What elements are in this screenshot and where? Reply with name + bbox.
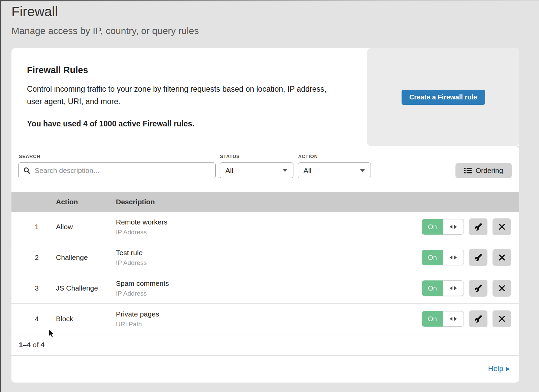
pagination-total: 4 bbox=[41, 341, 45, 349]
help-footer: Help bbox=[11, 356, 519, 382]
rule-action: Allow bbox=[56, 223, 116, 231]
arrow-left-icon bbox=[450, 286, 452, 290]
column-header-action: Action bbox=[56, 198, 116, 206]
wrench-icon bbox=[474, 253, 482, 262]
ordering-button[interactable]: Ordering bbox=[455, 163, 512, 178]
pagination-of: of bbox=[33, 341, 39, 349]
action-label: ACTION bbox=[298, 154, 318, 159]
edit-rule-button[interactable] bbox=[469, 249, 487, 266]
ordering-button-label: Ordering bbox=[476, 167, 503, 175]
close-icon bbox=[498, 254, 506, 261]
mouse-cursor bbox=[48, 329, 57, 339]
rule-action: Challenge bbox=[56, 253, 116, 262]
status-select-value: All bbox=[225, 167, 233, 175]
status-label: STATUS bbox=[220, 154, 240, 159]
rule-status-toggle[interactable]: On bbox=[422, 250, 464, 265]
table-header: Action Description bbox=[11, 192, 519, 212]
arrow-right-icon bbox=[454, 225, 457, 229]
firewall-rules-card-row: Firewall Rules Control incoming traffic … bbox=[11, 48, 519, 146]
search-label: SEARCH bbox=[19, 154, 40, 159]
table-row: 4 Block Private pages URI Path On bbox=[11, 304, 519, 334]
wrench-icon bbox=[474, 284, 482, 292]
toggle-on-label: On bbox=[422, 280, 443, 296]
toggle-drag-handle[interactable] bbox=[443, 280, 464, 296]
arrow-left-icon bbox=[450, 255, 452, 260]
rule-priority: 4 bbox=[11, 315, 56, 323]
window-edge-top bbox=[0, 0, 539, 1]
chevron-down-icon bbox=[360, 169, 365, 172]
rule-status-toggle[interactable]: On bbox=[422, 219, 464, 235]
create-rule-panel: Create a Firewall rule bbox=[367, 48, 519, 146]
action-select[interactable]: All bbox=[298, 162, 371, 178]
rule-priority: 3 bbox=[11, 284, 56, 292]
toggle-drag-handle[interactable] bbox=[443, 219, 464, 235]
close-icon bbox=[498, 223, 506, 231]
arrow-right-icon bbox=[454, 286, 457, 290]
arrow-left-icon bbox=[450, 225, 452, 229]
wrench-icon bbox=[474, 315, 482, 323]
search-box bbox=[18, 162, 216, 178]
toggle-on-label: On bbox=[422, 250, 443, 265]
page-subtitle: Manage access by IP, country, or query r… bbox=[11, 26, 199, 36]
rule-status-toggle[interactable]: On bbox=[422, 280, 464, 296]
rule-status-toggle[interactable]: On bbox=[422, 311, 464, 327]
card-title: Firewall Rules bbox=[27, 65, 344, 76]
delete-rule-button[interactable] bbox=[493, 218, 511, 235]
toggle-on-label: On bbox=[422, 219, 443, 235]
edit-rule-button[interactable] bbox=[469, 310, 487, 327]
close-icon bbox=[498, 284, 506, 292]
arrow-left-icon bbox=[450, 317, 452, 321]
arrow-right-icon bbox=[506, 367, 510, 371]
ordered-list-icon bbox=[464, 167, 472, 174]
toggle-drag-handle[interactable] bbox=[443, 311, 464, 327]
card-usage-count: You have used 4 of 1000 active Firewall … bbox=[27, 119, 344, 128]
column-header-description: Description bbox=[116, 198, 519, 206]
table-row: 3 JS Challenge Spam comments IP Address … bbox=[11, 273, 519, 304]
delete-rule-button[interactable] bbox=[493, 310, 511, 327]
table-row: 1 Allow Remote workers IP Address On bbox=[11, 212, 519, 242]
help-link-label: Help bbox=[488, 364, 503, 373]
pagination: 1–4 of 4 bbox=[11, 334, 519, 356]
search-input[interactable] bbox=[34, 166, 211, 175]
delete-rule-button[interactable] bbox=[493, 280, 511, 297]
window-edge-left bbox=[0, 0, 1, 392]
help-link[interactable]: Help bbox=[488, 364, 510, 373]
edit-rule-button[interactable] bbox=[469, 218, 487, 235]
action-select-value: All bbox=[304, 167, 311, 175]
arrow-right-icon bbox=[454, 255, 457, 260]
firewall-rules-card: Firewall Rules Control incoming traffic … bbox=[11, 48, 367, 146]
chevron-down-icon bbox=[282, 169, 288, 172]
page-header: Firewall Manage access by IP, country, o… bbox=[11, 3, 199, 36]
toggle-drag-handle[interactable] bbox=[443, 250, 464, 265]
filters-bar: SEARCH STATUS ACTION All All bbox=[11, 146, 519, 192]
rule-priority: 1 bbox=[11, 223, 56, 231]
close-icon bbox=[498, 315, 506, 323]
create-firewall-rule-button[interactable]: Create a Firewall rule bbox=[402, 90, 485, 105]
pagination-range: 1–4 bbox=[19, 341, 31, 349]
search-icon bbox=[23, 167, 31, 174]
card-description: Control incoming traffic to your zone by… bbox=[27, 83, 344, 108]
table-row: 2 Challenge Test rule IP Address On bbox=[11, 242, 519, 273]
toggle-on-label: On bbox=[422, 311, 443, 327]
delete-rule-button[interactable] bbox=[493, 249, 511, 266]
rules-list-section: SEARCH STATUS ACTION All All bbox=[11, 146, 519, 383]
wrench-icon bbox=[474, 223, 482, 231]
rule-action: Block bbox=[56, 315, 116, 323]
edit-rule-button[interactable] bbox=[469, 280, 487, 297]
arrow-right-icon bbox=[454, 317, 457, 321]
rule-action: JS Challenge bbox=[56, 284, 116, 292]
status-select[interactable]: All bbox=[220, 162, 293, 178]
rule-priority: 2 bbox=[11, 253, 56, 262]
page-title: Firewall bbox=[11, 3, 199, 20]
